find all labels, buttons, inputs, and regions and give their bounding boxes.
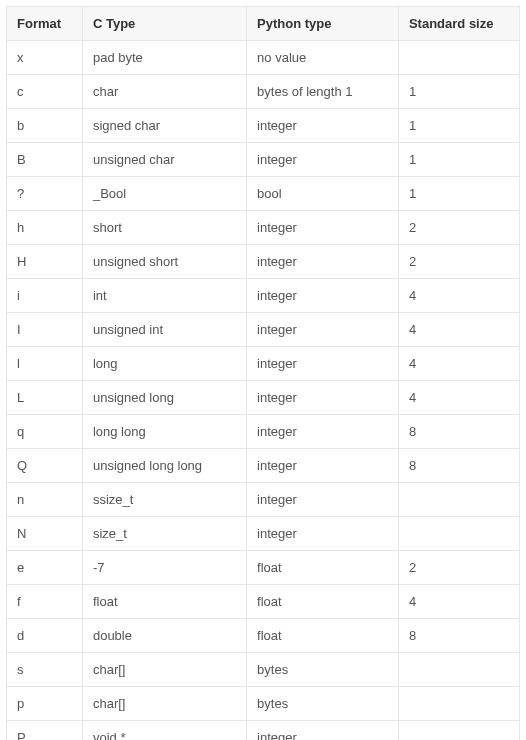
table-row: schar[]bytes (7, 653, 520, 687)
cell-size (398, 517, 519, 551)
table-row: pchar[]bytes (7, 687, 520, 721)
cell-ctype: signed char (82, 109, 246, 143)
cell-size: 4 (398, 585, 519, 619)
cell-format: c (7, 75, 83, 109)
cell-format: I (7, 313, 83, 347)
cell-ptype: bytes of length 1 (247, 75, 399, 109)
cell-format: Q (7, 449, 83, 483)
cell-format: H (7, 245, 83, 279)
cell-format: l (7, 347, 83, 381)
cell-size: 4 (398, 381, 519, 415)
table-row: Pvoid *integer (7, 721, 520, 741)
cell-ctype: char (82, 75, 246, 109)
cell-ctype: -7 (82, 551, 246, 585)
cell-size (398, 687, 519, 721)
table-row: bsigned charinteger1 (7, 109, 520, 143)
cell-format: ? (7, 177, 83, 211)
cell-format: B (7, 143, 83, 177)
cell-ptype: float (247, 619, 399, 653)
cell-ptype: float (247, 585, 399, 619)
cell-format: q (7, 415, 83, 449)
cell-format: p (7, 687, 83, 721)
table-row: iintinteger4 (7, 279, 520, 313)
cell-size: 2 (398, 245, 519, 279)
cell-format: s (7, 653, 83, 687)
cell-ctype: ssize_t (82, 483, 246, 517)
col-header-size: Standard size (398, 7, 519, 41)
cell-size (398, 721, 519, 741)
cell-ctype: char[] (82, 653, 246, 687)
cell-size (398, 483, 519, 517)
table-row: e-7float2 (7, 551, 520, 585)
cell-ctype: char[] (82, 687, 246, 721)
cell-format: b (7, 109, 83, 143)
cell-ptype: no value (247, 41, 399, 75)
cell-ctype: _Bool (82, 177, 246, 211)
cell-size: 8 (398, 619, 519, 653)
col-header-ctype: C Type (82, 7, 246, 41)
cell-size: 1 (398, 75, 519, 109)
cell-ptype: bytes (247, 653, 399, 687)
cell-ctype: unsigned char (82, 143, 246, 177)
table-container: Format C Type Python type Standard size … (0, 0, 526, 740)
cell-ptype: bool (247, 177, 399, 211)
cell-ptype: integer (247, 517, 399, 551)
cell-ctype: unsigned short (82, 245, 246, 279)
cell-ctype: pad byte (82, 41, 246, 75)
cell-ptype: integer (247, 381, 399, 415)
cell-ptype: integer (247, 313, 399, 347)
cell-ctype: unsigned long long (82, 449, 246, 483)
cell-ptype: integer (247, 415, 399, 449)
cell-format: e (7, 551, 83, 585)
cell-format: i (7, 279, 83, 313)
cell-format: N (7, 517, 83, 551)
cell-size: 8 (398, 415, 519, 449)
cell-size: 2 (398, 211, 519, 245)
cell-format: n (7, 483, 83, 517)
cell-ctype: float (82, 585, 246, 619)
cell-format: h (7, 211, 83, 245)
cell-ctype: int (82, 279, 246, 313)
cell-format: d (7, 619, 83, 653)
table-header: Format C Type Python type Standard size (7, 7, 520, 41)
col-header-format: Format (7, 7, 83, 41)
cell-size (398, 653, 519, 687)
cell-ctype: short (82, 211, 246, 245)
cell-size (398, 41, 519, 75)
cell-ptype: integer (247, 109, 399, 143)
cell-size: 4 (398, 313, 519, 347)
cell-format: x (7, 41, 83, 75)
cell-size: 8 (398, 449, 519, 483)
table-row: ?_Boolbool1 (7, 177, 520, 211)
cell-size: 4 (398, 279, 519, 313)
table-body: xpad byteno valueccharbytes of length 11… (7, 41, 520, 741)
table-row: Hunsigned shortinteger2 (7, 245, 520, 279)
table-row: qlong longinteger8 (7, 415, 520, 449)
cell-ptype: integer (247, 449, 399, 483)
cell-ptype: integer (247, 211, 399, 245)
cell-ctype: long (82, 347, 246, 381)
table-row: ffloatfloat4 (7, 585, 520, 619)
cell-format: P (7, 721, 83, 741)
col-header-ptype: Python type (247, 7, 399, 41)
table-row: ddoublefloat8 (7, 619, 520, 653)
struct-format-table: Format C Type Python type Standard size … (6, 6, 520, 740)
cell-ctype: size_t (82, 517, 246, 551)
table-row: Nsize_tinteger (7, 517, 520, 551)
table-row: Lunsigned longinteger4 (7, 381, 520, 415)
cell-format: L (7, 381, 83, 415)
cell-ptype: integer (247, 483, 399, 517)
cell-size: 1 (398, 143, 519, 177)
cell-ptype: integer (247, 347, 399, 381)
table-row: Bunsigned charinteger1 (7, 143, 520, 177)
table-row: Iunsigned intinteger4 (7, 313, 520, 347)
cell-format: f (7, 585, 83, 619)
table-row: ccharbytes of length 11 (7, 75, 520, 109)
cell-ptype: integer (247, 721, 399, 741)
cell-size: 1 (398, 109, 519, 143)
cell-ptype: bytes (247, 687, 399, 721)
cell-ptype: integer (247, 245, 399, 279)
table-row: xpad byteno value (7, 41, 520, 75)
cell-ctype: long long (82, 415, 246, 449)
table-row: llonginteger4 (7, 347, 520, 381)
